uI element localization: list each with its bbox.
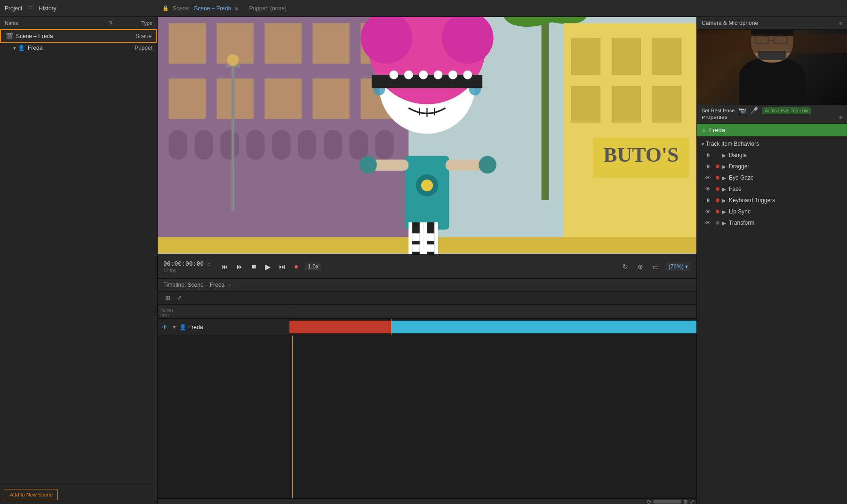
scene-name[interactable]: Scene – Freda (194, 5, 231, 12)
timeline-tool-button[interactable]: ⊞ (163, 293, 172, 302)
behaviors-title: Track Item Behaviors (706, 141, 759, 147)
dragger-expand-icon[interactable]: ▶ (722, 164, 726, 169)
left-panel: Name ⇅ Type 🎬 Scene – Freda Scene ▾ 👤 Fr… (0, 17, 158, 504)
lock-icon: 🔒 (162, 5, 169, 11)
skip-to-start-button[interactable]: ⏮ (220, 262, 230, 271)
face-dot (716, 187, 719, 191)
dragger-eye-icon[interactable]: 👁 (705, 164, 713, 169)
svg-point-79 (390, 71, 399, 79)
hamburger-icon[interactable]: ☰ (28, 5, 33, 12)
lip-sync-expand-icon[interactable]: ▶ (722, 209, 726, 214)
transform-behavior[interactable]: 👁 ▶ Transform (697, 217, 847, 228)
dragger-behavior[interactable]: 👁 ▶ Dragger (697, 161, 847, 172)
lip-sync-behavior[interactable]: 👁 ▶ Lip Sync (697, 206, 847, 217)
track-blue-bar (391, 321, 696, 333)
center-panel: BUTO'S (158, 17, 696, 504)
step-back-button[interactable]: ⏭ (235, 262, 245, 271)
eye-gaze-dot (716, 176, 719, 180)
keyboard-dot (716, 198, 719, 202)
eye-gaze-expand-icon[interactable]: ▶ (722, 175, 726, 181)
col-name-label: Name (5, 20, 109, 26)
svg-point-42 (421, 180, 433, 191)
empty-track-area (158, 336, 696, 498)
scene-menu-icon[interactable]: ≡ (235, 6, 238, 11)
svg-rect-4 (264, 23, 301, 63)
svg-rect-20 (376, 130, 394, 160)
dangle-eye-icon[interactable]: 👁 (705, 152, 713, 158)
scene-canvas: BUTO'S (158, 17, 696, 254)
svg-rect-52 (427, 244, 435, 252)
eye-gaze-eye-icon[interactable]: 👁 (705, 175, 713, 181)
play-button[interactable]: ▶ (263, 261, 272, 272)
refresh-button[interactable]: ↻ (620, 262, 631, 271)
zoom-out-button[interactable]: ⊖ (647, 498, 651, 504)
target-button[interactable]: ⊕ (635, 262, 646, 271)
camera-section: Camera & Microphone ≡ (697, 17, 847, 111)
keyboard-triggers-behavior[interactable]: 👁 ▶ Keyboard Triggers (697, 195, 847, 206)
eye-gaze-name: Eye Gaze (729, 174, 754, 181)
time-label: m:ss (160, 313, 286, 317)
panel-footer: Add to New Scene (0, 485, 157, 504)
svg-rect-5 (312, 23, 349, 63)
svg-rect-13 (194, 130, 213, 160)
face-eye-icon[interactable]: 👁 (705, 186, 713, 192)
svg-point-60 (479, 156, 496, 174)
history-label[interactable]: History (39, 5, 56, 12)
timeline-header: Timeline: Scene – Freda ≡ (158, 279, 696, 291)
face-behavior[interactable]: 👁 ▶ Face (697, 183, 847, 195)
speed-label[interactable]: 1.0x (305, 262, 321, 271)
scene-label: Scene: (173, 5, 190, 12)
lip-sync-dot (716, 210, 719, 213)
add-to-new-scene-button[interactable]: Add to New Scene (5, 489, 58, 500)
svg-rect-21 (232, 64, 234, 212)
track-expand-button[interactable]: ▾ (171, 324, 177, 331)
behaviors-header[interactable]: ▾ Track Item Behaviors (697, 138, 847, 150)
eye-gaze-behavior[interactable]: 👁 ▶ Eye Gaze (697, 172, 847, 183)
camera-menu-icon[interactable]: ≡ (839, 20, 842, 26)
transform-eye-icon[interactable]: 👁 (705, 220, 713, 226)
track-visibility-button[interactable]: 👁 (160, 323, 169, 331)
keyboard-eye-icon[interactable]: 👁 (705, 197, 713, 203)
svg-point-59 (359, 156, 377, 174)
zoom-label[interactable]: (76%) ▾ (666, 262, 691, 271)
track-red-bar (289, 321, 391, 333)
expand-button[interactable]: ⤢ (690, 498, 695, 504)
step-forward-button[interactable]: ⏭ (277, 262, 288, 271)
puppet-item[interactable]: ▾ 👤 Freda Puppet (0, 43, 157, 53)
scene-item-type: Scene (114, 33, 152, 39)
svg-point-80 (404, 71, 413, 79)
panel-items: 🎬 Scene – Freda Scene ▾ 👤 Freda Puppet (0, 29, 157, 485)
face-expand-icon[interactable]: ▶ (722, 187, 726, 192)
svg-rect-10 (312, 79, 349, 119)
timeline-menu-icon[interactable]: ≡ (228, 282, 231, 288)
scrollbar-thumb[interactable] (653, 500, 681, 504)
sort-icon[interactable]: ⇅ (109, 20, 113, 26)
keyboard-expand-icon[interactable]: ▶ (722, 198, 726, 203)
scene-item[interactable]: 🎬 Scene – Freda Scene (0, 29, 157, 43)
lip-sync-eye-icon[interactable]: 👁 (705, 209, 713, 214)
transform-expand-icon[interactable]: ▶ (722, 220, 726, 226)
puppet-name-row: ◈ Freda (697, 124, 847, 136)
col-type-label: Type (115, 20, 152, 26)
puppet-label: Puppet: (none) (249, 5, 287, 12)
svg-rect-30 (612, 38, 641, 75)
dangle-expand-icon[interactable]: ▶ (722, 153, 726, 158)
freda-track-bars[interactable] (289, 319, 696, 335)
record-button[interactable]: ● (292, 261, 301, 272)
mic-icon-button[interactable]: 🎤 (750, 107, 758, 114)
dangle-behavior[interactable]: 👁 ▶ Dangle (697, 150, 847, 161)
zoom-in-button[interactable]: ⊕ (683, 498, 688, 504)
scene-item-icon: 🎬 (6, 32, 13, 39)
freda-track: 👁 ▾ 👤 Freda (158, 319, 696, 336)
timecode-display: 00:00:00:00 ○ (163, 260, 215, 267)
preview-area: BUTO'S (158, 17, 696, 254)
aspect-ratio-button[interactable]: ▭ (650, 262, 661, 271)
transport-bar: 00:00:00:00 ○ 12 fps ⏮ ⏭ ■ ▶ ⏭ ● 1.0x ↻ … (158, 254, 696, 279)
timeline-scrollbar[interactable]: ⊖ ⊕ ⤢ (158, 498, 696, 504)
set-rest-pose-button[interactable]: Set Rest Pose (702, 108, 735, 113)
camera-icon-button[interactable]: 📷 (738, 107, 746, 114)
stop-button[interactable]: ■ (250, 261, 258, 272)
expand-icon: ▾ (13, 45, 16, 51)
behaviors-section: ▾ Track Item Behaviors 👁 ▶ Dangle 👁 ▶ Dr… (697, 136, 847, 504)
timeline-tool2-button[interactable]: ↗ (175, 293, 184, 302)
